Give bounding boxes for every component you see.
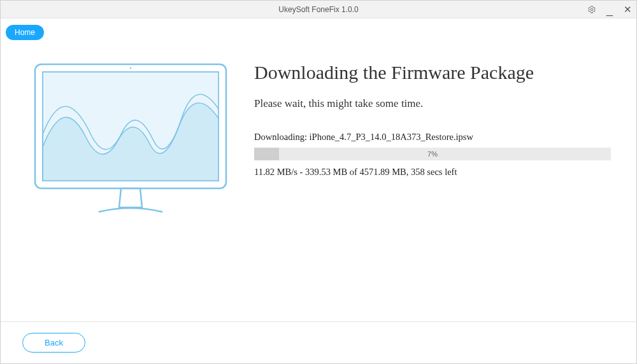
page-subtext: Please wait, this might take some time. (254, 97, 615, 110)
progress-bar: 7% (254, 148, 611, 160)
close-icon[interactable]: ✕ (622, 4, 633, 15)
progress-percent-text: 7% (254, 148, 611, 160)
right-panel: Downloading the Firmware Package Please … (239, 58, 615, 321)
tab-home[interactable]: Home (6, 25, 44, 40)
monitor-illustration (29, 58, 233, 223)
window-title: UkeySoft FoneFix 1.0.0 (1, 5, 636, 14)
download-file-label: Downloading: iPhone_4.7_P3_14.0_18A373_R… (254, 132, 615, 143)
svg-point-0 (590, 8, 593, 11)
app-window: UkeySoft FoneFix 1.0.0 _ ✕ Home (0, 0, 637, 364)
gear-icon[interactable] (587, 4, 597, 15)
content-area: Downloading the Firmware Package Please … (1, 40, 636, 321)
page-heading: Downloading the Firmware Package (254, 62, 615, 83)
window-controls: _ ✕ (587, 1, 633, 18)
title-bar: UkeySoft FoneFix 1.0.0 _ ✕ (1, 1, 636, 18)
svg-point-3 (130, 67, 132, 69)
back-button[interactable]: Back (22, 333, 85, 353)
minimize-icon[interactable]: _ (605, 4, 615, 15)
footer-bar: Back (1, 321, 636, 363)
tab-bar: Home (1, 18, 636, 40)
illustration-panel (22, 58, 239, 321)
download-stats: 11.82 MB/s - 339.53 MB of 4571.89 MB, 35… (254, 167, 615, 178)
